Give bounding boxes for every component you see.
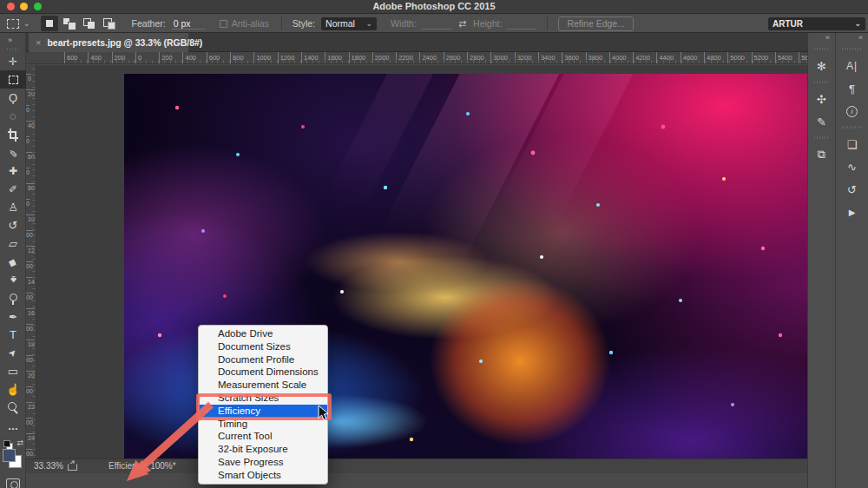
dodge-tool[interactable] xyxy=(0,289,26,307)
tool-preset-picker[interactable]: ⌄ xyxy=(7,19,30,29)
options-bar: ⌄ Feather: 0 px A xyxy=(0,15,868,33)
paragraph-panel-button[interactable] xyxy=(836,77,868,100)
tool-presets-panel-button[interactable] xyxy=(808,110,835,133)
ruler-tick-label: 0 xyxy=(135,52,159,64)
refine-edge-button[interactable]: Refine Edge... xyxy=(558,16,634,31)
clone-source-panel-button[interactable] xyxy=(808,143,835,166)
ruler-tick-label: 1800 xyxy=(349,52,372,64)
paragraph-icon xyxy=(845,81,860,96)
menu-item-label: Current Tool xyxy=(218,431,272,441)
share-image-icon[interactable] xyxy=(68,464,77,471)
height-input[interactable] xyxy=(507,18,536,30)
expand-toolbar-button[interactable]: » xyxy=(0,33,25,44)
style-value: Normal xyxy=(326,18,355,29)
zoom-icon xyxy=(6,401,20,415)
status-menu-item[interactable]: Document Profile xyxy=(199,353,327,366)
swap-colors-icon[interactable]: ⇄ xyxy=(16,439,23,447)
mode-add-icon xyxy=(61,16,78,31)
stamp-icon xyxy=(6,201,20,214)
collapse-panels-button[interactable]: « xyxy=(836,33,868,44)
foreground-color-swatch[interactable] xyxy=(3,449,16,462)
status-menu-item[interactable]: Measurement Scale xyxy=(199,379,327,392)
edit-toolbar-button[interactable] xyxy=(0,417,26,435)
actions-panel-button[interactable] xyxy=(836,201,868,223)
width-input[interactable] xyxy=(422,18,451,30)
layers-panel-button[interactable] xyxy=(836,133,868,155)
menu-item-label: Document Profile xyxy=(218,354,294,365)
rectangle-icon xyxy=(6,365,20,379)
history-panel-button[interactable] xyxy=(836,178,868,201)
quick-selection-tool[interactable] xyxy=(0,107,26,125)
ruler-tick-label: 2800 xyxy=(467,52,490,64)
lasso-tool[interactable] xyxy=(0,89,26,107)
clone-source-icon xyxy=(814,147,830,162)
feather-input[interactable]: 0 px xyxy=(171,18,206,30)
add-to-selection-button[interactable] xyxy=(61,16,78,31)
eyedropper-tool[interactable] xyxy=(0,143,26,162)
character-panel-button[interactable] xyxy=(836,55,868,77)
intersect-selection-button[interactable] xyxy=(101,16,118,31)
rectangle-tool[interactable] xyxy=(0,362,26,380)
brushes-icon xyxy=(814,91,830,107)
ruler-tick-label: 3200 xyxy=(515,52,538,64)
quick-mask-button[interactable] xyxy=(6,478,20,488)
style-dropdown[interactable]: Normal ⌄ xyxy=(321,17,377,30)
type-tool[interactable] xyxy=(0,326,26,344)
blur-tool[interactable] xyxy=(0,271,26,289)
close-tab-icon[interactable]: × xyxy=(36,37,41,48)
history-brush-tool[interactable] xyxy=(0,216,26,234)
move-tool[interactable] xyxy=(0,52,26,70)
sparkles xyxy=(124,74,126,76)
window-title: Adobe Photoshop CC 2015 xyxy=(0,1,868,11)
pen-tool[interactable] xyxy=(0,307,26,326)
brushes-panel-button[interactable] xyxy=(808,88,835,110)
spot-healing-brush-tool[interactable] xyxy=(0,162,26,180)
ruler-tick-label: 2400 xyxy=(419,52,443,64)
status-menu-item[interactable]: Document Dimensions xyxy=(199,366,327,379)
crop-tool[interactable] xyxy=(0,125,26,143)
layers-icon xyxy=(845,136,860,152)
healing-icon xyxy=(6,164,20,178)
annotation-arrow xyxy=(113,391,226,488)
eraser-tool[interactable] xyxy=(0,234,26,253)
vertical-ruler: 0 200 400 600 800 1000 1200 1400 1600 xyxy=(26,65,36,473)
rectangular-marquee-tool[interactable] xyxy=(0,70,26,89)
ruler-tick-label: 4600 xyxy=(681,52,704,64)
zoom-level-field[interactable]: 33.33% xyxy=(34,461,63,471)
titlebar: Adobe Photoshop CC 2015 xyxy=(0,0,868,14)
subtract-from-selection-button[interactable] xyxy=(81,16,98,31)
anti-alias-checkbox[interactable] xyxy=(220,20,227,28)
swap-dimensions-icon[interactable]: ⇄ xyxy=(458,18,466,30)
ellipsis-icon xyxy=(6,419,20,433)
path-selection-tool[interactable] xyxy=(0,344,26,362)
brush-tool[interactable] xyxy=(0,180,26,198)
type-icon xyxy=(6,328,20,342)
selection-mode-group xyxy=(41,16,118,31)
zoom-tool[interactable] xyxy=(0,399,26,417)
status-menu-item[interactable]: Document Sizes xyxy=(199,340,327,353)
clone-stamp-tool[interactable] xyxy=(0,198,26,216)
paint-bucket-tool[interactable] xyxy=(0,253,26,271)
default-colors-icon[interactable] xyxy=(3,440,11,448)
panel-strip-1: « xyxy=(807,33,835,488)
workspace-dropdown[interactable]: ARTUR ⌄ xyxy=(768,17,865,30)
document-tab[interactable]: × beart-presets.jpg @ 33.3% (RGB/8#) xyxy=(29,33,188,52)
width-label: Width: xyxy=(391,18,417,29)
ruler-tick-label: 1600 xyxy=(325,52,348,64)
ruler-tick-label: 200 xyxy=(112,52,135,64)
collapse-panels-button[interactable]: « xyxy=(808,33,835,44)
crop-icon xyxy=(6,128,20,142)
tools-panel: » xyxy=(0,33,26,488)
new-selection-button[interactable] xyxy=(41,16,58,31)
mode-new-icon xyxy=(41,16,58,31)
chevron-down-icon: ⌄ xyxy=(23,20,30,28)
info-panel-button[interactable] xyxy=(836,100,868,122)
hand-tool[interactable] xyxy=(0,380,26,399)
brush-settings-panel-button[interactable] xyxy=(808,55,835,77)
character-icon xyxy=(845,58,860,74)
ruler-tick-label: 5200 xyxy=(752,52,775,64)
paths-panel-button[interactable] xyxy=(836,155,868,178)
ruler-tick-label: 4000 xyxy=(609,52,633,64)
status-popup-chevron[interactable]: › xyxy=(243,459,247,472)
status-menu-item[interactable]: Adobe Drive xyxy=(199,327,327,340)
